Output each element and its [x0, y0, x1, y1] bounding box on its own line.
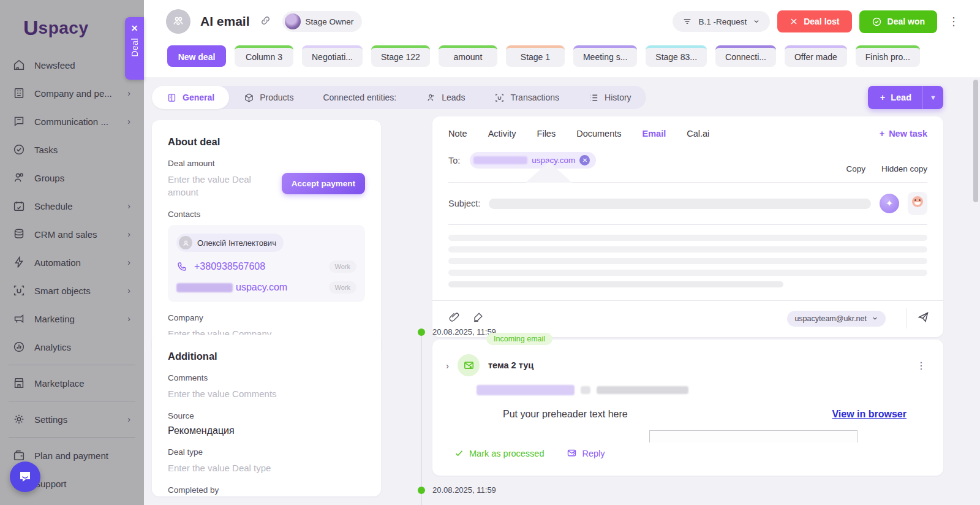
timeline-dot [418, 328, 425, 336]
contact-card: Олексій Інтелектович +380938567608 Work … [168, 225, 365, 302]
subject-label: Subject: [448, 199, 480, 208]
attach-file-icon[interactable] [448, 311, 460, 325]
more-menu-icon[interactable]: ⋮ [944, 12, 963, 31]
tab-transactions[interactable]: Transactions [480, 86, 574, 109]
tab-email[interactable]: Email [643, 129, 666, 139]
popover-arrow [526, 162, 572, 183]
tab-connected-entities[interactable]: Connected entities: [308, 86, 411, 109]
deal-tab-label: Deal [130, 38, 140, 57]
about-deal-card: About deal Deal amount Enter the value D… [152, 120, 381, 355]
to-label: To: [448, 156, 460, 165]
deal-type-label: Deal type [168, 447, 365, 457]
tab-products[interactable]: Products [229, 86, 308, 109]
email-content-box [649, 430, 858, 442]
signature-icon[interactable] [472, 311, 484, 325]
add-lead-button[interactable]: +Lead ▼ [868, 86, 943, 109]
check-icon [454, 449, 464, 458]
sidebar: Uspacy Newsfeed Company and pe... › Comm… [0, 0, 144, 505]
deal-won-button[interactable]: Deal won [859, 10, 937, 33]
contact-email-link[interactable]: uspacy.com [236, 282, 287, 293]
check-circle-icon [872, 17, 882, 27]
stage-owner-chip[interactable]: Stage Owner [282, 11, 363, 32]
list-icon [589, 93, 599, 103]
tab-cal-ai[interactable]: Cal.ai [687, 129, 709, 139]
incoming-email-card: Incoming email › тема 2 туц ⋮ Put your p… [432, 340, 943, 476]
support-chat-button[interactable] [10, 461, 40, 492]
accept-payment-button[interactable]: Accept payment [282, 173, 365, 194]
deal-overlay-tab[interactable]: ✕ Deal [125, 17, 144, 80]
emoji-picker-button[interactable] [908, 192, 927, 215]
view-in-browser-link[interactable]: View in browser [832, 409, 907, 420]
preheader-text: Put your preheader text here [503, 409, 628, 420]
chevron-down-icon [872, 315, 878, 322]
to-field-row: To: uspacy.com ✕ Copy Hidden copy [432, 146, 943, 182]
copy-link-icon[interactable] [260, 15, 271, 29]
subject-input[interactable] [489, 199, 871, 209]
contact-chip[interactable]: Олексій Інтелектович [176, 234, 284, 252]
incoming-mail-icon [458, 354, 480, 376]
close-icon[interactable]: ✕ [131, 23, 138, 33]
compose-toolbar: uspacyteam@ukr.net [432, 300, 943, 337]
email-type-badge: Work [329, 281, 356, 294]
comments-field[interactable]: Enter the value Comments [168, 387, 365, 400]
contact-phone-link[interactable]: +380938567608 [194, 261, 265, 272]
chevron-down-icon [753, 18, 760, 25]
smart-object-icon [494, 93, 505, 103]
tab-history[interactable]: History [574, 86, 646, 109]
from-account-selector[interactable]: uspacyteam@ukr.net [787, 311, 886, 327]
deal-type-field[interactable]: Enter the value Deal type [168, 461, 365, 474]
phone-icon [176, 261, 187, 272]
stage-chip-stage-122[interactable]: Stage 122 [371, 45, 430, 67]
mark-processed-button[interactable]: Mark as processed [454, 449, 545, 458]
stage-chip-amount[interactable]: amount [439, 45, 497, 67]
expand-chevron-icon[interactable]: › [446, 360, 449, 371]
timeline-date: 20.08.2025, 11:59 [432, 485, 496, 495]
source-value[interactable]: Рекомендация [168, 425, 365, 436]
redacted-recipient-prefix [473, 156, 527, 164]
ai-assist-button[interactable]: ✦ [880, 194, 899, 213]
chat-bubble-icon [18, 469, 32, 484]
tab-note[interactable]: Note [448, 129, 467, 139]
vertical-scrollbar[interactable] [973, 80, 978, 202]
owner-label: Stage Owner [306, 17, 354, 26]
tab-general[interactable]: General [152, 86, 229, 109]
phone-type-badge: Work [329, 260, 356, 273]
tab-leads[interactable]: Leads [411, 86, 480, 109]
owner-avatar [285, 13, 301, 29]
send-button[interactable] [907, 308, 933, 328]
reply-button[interactable]: Reply [567, 448, 605, 458]
email-subject[interactable]: тема 2 туц [488, 360, 533, 370]
additional-title: Additional [168, 351, 365, 362]
deal-avatar [166, 9, 190, 34]
stage-chip-new-deal[interactable]: New deal [167, 45, 226, 67]
tab-documents[interactable]: Documents [576, 129, 621, 139]
lead-dropdown-toggle[interactable]: ▼ [922, 86, 943, 109]
email-more-icon[interactable]: ⋮ [913, 360, 930, 371]
emoji-icon [912, 196, 923, 207]
deal-amount-label: Deal amount [168, 159, 365, 168]
remove-recipient-icon[interactable]: ✕ [579, 155, 590, 165]
copy-toggle[interactable]: Copy [846, 164, 865, 173]
pipeline-selector[interactable]: B.1 -Request [673, 11, 770, 32]
redacted-email-prefix [176, 283, 233, 292]
hidden-copy-toggle[interactable]: Hidden copy [881, 164, 927, 173]
stage-chip-negotiation[interactable]: Negotiati... [302, 45, 363, 67]
stage-chip-stage-1[interactable]: Stage 1 [506, 45, 565, 67]
stage-chip-connection[interactable]: Connecti... [715, 45, 776, 67]
stage-chip-offer-made[interactable]: Offer made [785, 45, 847, 67]
tab-files[interactable]: Files [537, 129, 556, 139]
stage-chip-finish[interactable]: Finish pro... [856, 45, 920, 67]
completed-by-label: Completed by [168, 485, 365, 495]
tab-activity[interactable]: Activity [488, 129, 516, 139]
deal-amount-field[interactable]: Enter the value Deal amount [168, 173, 260, 199]
timeline-line [421, 335, 422, 505]
stage-chip-meeting[interactable]: Meeting s... [573, 45, 637, 67]
email-body-input[interactable] [432, 225, 943, 295]
incoming-email-badge: Incoming email [486, 333, 552, 345]
new-task-button[interactable]: +New task [880, 129, 927, 139]
stage-chip-column-3[interactable]: Column 3 [235, 45, 293, 67]
about-deal-title: About deal [168, 136, 365, 148]
stage-chip-stage-83[interactable]: Stage 83... [646, 45, 707, 67]
contact-name: Олексій Інтелектович [197, 238, 276, 248]
deal-lost-button[interactable]: Deal lost [777, 10, 851, 32]
